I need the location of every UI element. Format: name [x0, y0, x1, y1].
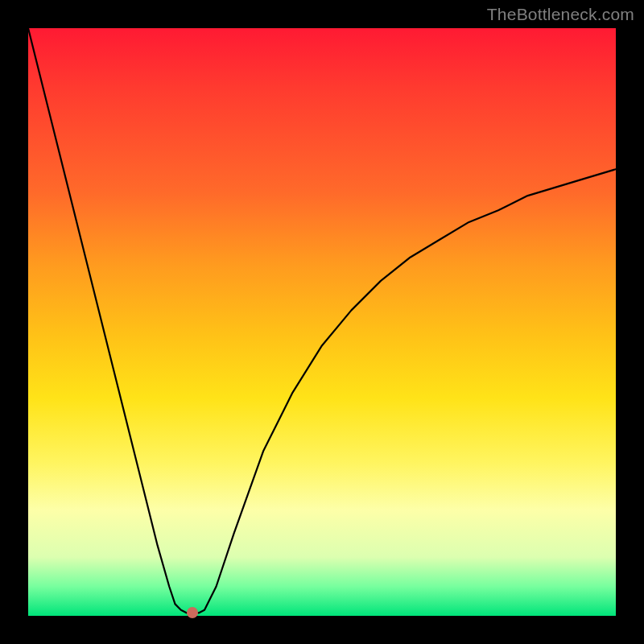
- curve-path: [28, 28, 616, 613]
- bottleneck-curve: [28, 28, 616, 616]
- chart-frame: TheBottleneck.com: [0, 0, 644, 644]
- plot-area: [28, 28, 616, 616]
- optimum-marker: [187, 607, 198, 618]
- watermark-text: TheBottleneck.com: [487, 5, 634, 24]
